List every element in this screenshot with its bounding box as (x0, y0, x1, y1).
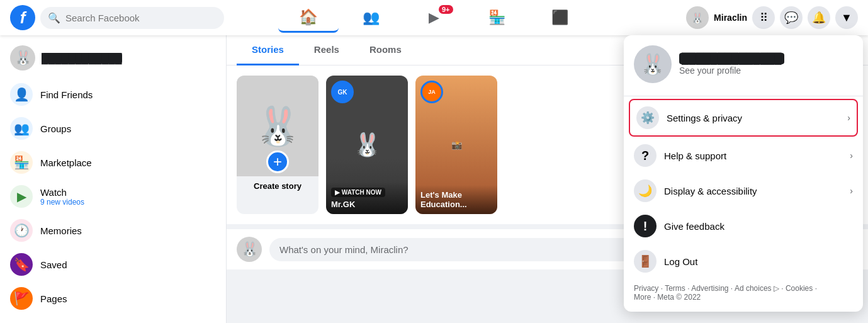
sidebar-item-find-friends[interactable]: 👤 Find Friends (5, 78, 221, 111)
sidebar-item-pages[interactable]: 🚩 Pages (5, 282, 221, 315)
watch-label-group: Watch 9 new videos (40, 187, 84, 207)
search-box[interactable]: 🔍 (40, 7, 224, 29)
nav-left: f 🔍 (10, 5, 224, 30)
sidebar-item-groups[interactable]: 👥 Groups (5, 112, 221, 145)
dropdown-help-support[interactable]: ? Help & support › (624, 138, 863, 173)
education-story-label: Let's Make Education... (420, 190, 492, 209)
sidebar-find-friends-label: Find Friends (40, 89, 93, 100)
sidebar-watch-label: Watch (40, 187, 84, 198)
dropdown-logout[interactable]: 🚪 Log Out (624, 244, 863, 279)
sidebar-marketplace-label: Marketplace (40, 157, 92, 168)
footer-ad-choices[interactable]: Ad choices ▷ (735, 284, 779, 293)
gk-story-overlay: ▶ WATCH NOW Mr.GK (326, 182, 408, 214)
sidebar-groups-label: Groups (40, 123, 71, 134)
tab-rooms[interactable]: Rooms (354, 35, 417, 65)
sidebar-item-saved[interactable]: 🔖 Saved (5, 248, 221, 281)
footer-privacy[interactable]: Privacy (634, 284, 658, 293)
watch-sidebar-icon: ▶ (10, 185, 33, 208)
dropdown-profile-info: ██████████████ See your profile (679, 53, 784, 76)
memories-icon: 🕐 (10, 219, 33, 242)
nav-home-button[interactable]: 🏠 (278, 3, 339, 33)
footer-terms[interactable]: Terms (665, 284, 685, 293)
marketplace-icon: 🏪 (488, 9, 505, 26)
dropdown-display-label: Display & accessibility (664, 186, 842, 196)
footer-cookies[interactable]: Cookies (786, 284, 813, 293)
sidebar-avatar: 🐰 (10, 45, 35, 71)
create-story-label: Create story (237, 176, 318, 196)
nav-center: 🏠 👥 ▶ 9+ 🏪 ⬛ (224, 3, 644, 33)
help-chevron-icon: › (850, 150, 853, 161)
education-story-avatar: JA (420, 81, 443, 103)
user-name-label: Miraclin (714, 13, 747, 23)
saved-icon: 🔖 (10, 253, 33, 276)
chevron-down-icon: ▼ (841, 11, 852, 25)
watch-badge: 9+ (439, 5, 453, 14)
sidebar-memories-label: Memories (40, 225, 82, 236)
display-icon: 🌙 (634, 179, 657, 202)
settings-icon: ⚙️ (636, 106, 659, 129)
gk-story-avatar: GK (331, 81, 354, 103)
friends-icon: 👥 (363, 9, 380, 26)
nav-right: 🐰 Miraclin ⠿ 💬 🔔 ▼ (644, 6, 858, 29)
nav-pages-button[interactable]: ⬛ (530, 3, 590, 33)
pages-sidebar-icon: 🚩 (10, 287, 33, 310)
story-card-gk[interactable]: 🐰 GK ▶ WATCH NOW Mr.GK (326, 76, 408, 214)
user-avatar-small: 🐰 (686, 6, 709, 29)
dropdown-display-accessibility[interactable]: 🌙 Display & accessibility › (624, 173, 863, 208)
settings-chevron-icon: › (847, 113, 850, 123)
dropdown-feedback-label: Give feedback (664, 221, 853, 232)
create-story-plus-button[interactable]: + (266, 150, 289, 173)
create-story-card[interactable]: 🐰 + Create story (237, 76, 318, 214)
groups-icon: 👥 (10, 117, 33, 140)
tab-stories[interactable]: Stories (237, 35, 299, 65)
post-user-avatar: 🐰 (237, 237, 262, 262)
watch-now-label: ▶ WATCH NOW (331, 188, 385, 197)
top-navigation: f 🔍 🏠 👥 ▶ 9+ 🏪 ⬛ 🐰 Miraclin ⠿ (0, 0, 868, 35)
tab-reels[interactable]: Reels (299, 35, 354, 65)
account-dropdown-menu: 🐰 ██████████████ See your profile ⚙️ Set… (624, 35, 863, 312)
footer-more[interactable]: More (634, 293, 651, 302)
dropdown-help-label: Help & support (664, 150, 842, 161)
sidebar-item-memories[interactable]: 🕐 Memories (5, 214, 221, 247)
display-chevron-icon: › (850, 186, 853, 196)
dropdown-settings-label: Settings & privacy (667, 113, 840, 123)
dropdown-see-profile: See your profile (679, 65, 784, 76)
sidebar-item-watch[interactable]: ▶ Watch 9 new videos (5, 180, 221, 213)
notifications-button[interactable]: 🔔 (808, 6, 830, 29)
sidebar-user-profile[interactable]: 🐰 ████████████ (5, 40, 221, 76)
messenger-button[interactable]: 💬 (780, 6, 803, 29)
sidebar-watch-sublabel: 9 new videos (40, 198, 84, 207)
education-story-overlay: Let's Make Education... (415, 185, 497, 214)
sidebar: 🐰 ████████████ 👤 Find Friends 👥 Groups 🏪… (0, 35, 227, 323)
feedback-icon: ! (634, 215, 657, 237)
sidebar-pages-label: Pages (40, 293, 67, 304)
footer-advertising[interactable]: Advertising (691, 284, 728, 293)
find-friends-icon: 👤 (10, 83, 33, 106)
dropdown-divider-1 (624, 96, 863, 96)
search-input[interactable] (65, 13, 217, 23)
gk-story-label: Mr.GK (331, 200, 403, 209)
apps-button[interactable]: ⠿ (752, 6, 775, 29)
dropdown-give-feedback[interactable]: ! Give feedback (624, 208, 863, 244)
dropdown-logout-label: Log Out (664, 256, 853, 267)
user-profile-button[interactable]: 🐰 Miraclin (686, 6, 747, 29)
facebook-logo[interactable]: f (10, 5, 35, 30)
help-icon: ? (634, 144, 657, 167)
sidebar-item-marketplace[interactable]: 🏪 Marketplace (5, 146, 221, 179)
dropdown-profile-link[interactable]: 🐰 ██████████████ See your profile (624, 40, 863, 93)
nav-marketplace-button[interactable]: 🏪 (467, 3, 527, 33)
logo-letter: f (20, 8, 26, 28)
dropdown-settings-privacy[interactable]: ⚙️ Settings & privacy › (629, 99, 858, 137)
footer-copyright: Meta © 2022 (657, 293, 701, 302)
dropdown-profile-avatar: 🐰 (634, 45, 672, 83)
home-icon: 🏠 (299, 8, 318, 26)
pages-icon: ⬛ (551, 9, 568, 26)
sidebar-saved-label: Saved (40, 259, 67, 270)
nav-watch-button[interactable]: ▶ 9+ (404, 3, 465, 33)
messenger-icon: 💬 (784, 11, 798, 25)
account-dropdown-button[interactable]: ▼ (835, 6, 858, 29)
nav-friends-button[interactable]: 👥 (341, 3, 402, 33)
sidebar-username-redacted: ████████████ (42, 53, 122, 64)
story-card-education[interactable]: 📸 JA Let's Make Education... (415, 76, 497, 214)
apps-icon: ⠿ (760, 11, 768, 25)
